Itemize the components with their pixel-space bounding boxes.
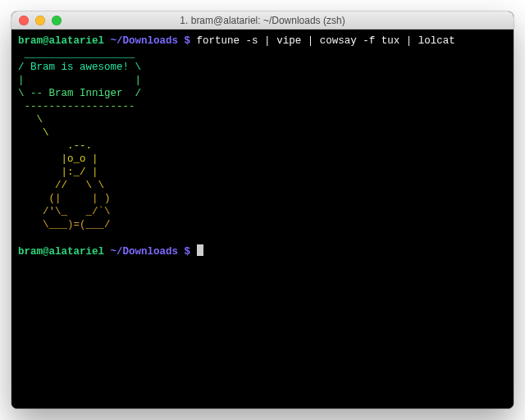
prompt-path: ~/Downloads	[111, 35, 179, 47]
output-line: /'\_ _/`\	[18, 206, 111, 217]
minimize-icon[interactable]	[35, 16, 45, 25]
output-line: (| | )	[18, 193, 111, 204]
output-line: \___)=(___/	[18, 219, 111, 231]
titlebar: 1. bram@alatariel: ~/Downloads (zsh)	[11, 11, 514, 30]
zoom-icon[interactable]	[52, 16, 62, 25]
close-icon[interactable]	[19, 16, 29, 25]
output-line: // \ \	[18, 180, 104, 191]
output-line: __________________	[18, 48, 135, 60]
terminal-window: 1. bram@alatariel: ~/Downloads (zsh) bra…	[11, 11, 514, 409]
prompt-path: ~/Downloads	[111, 246, 179, 258]
command-text: fortune -s | vipe | cowsay -f tux | lolc…	[197, 35, 455, 47]
output-line: \ -- Bram Inniger /	[18, 88, 141, 99]
output-line: \	[18, 127, 49, 139]
output-line: |o_o |	[18, 153, 98, 165]
prompt-sigil: $	[185, 246, 191, 258]
output-line: \	[18, 114, 43, 126]
traffic-lights	[11, 16, 62, 25]
output-line: / Bram is awesome! \	[18, 62, 141, 73]
terminal-body[interactable]: bram@alatariel ~/Downloads $ fortune -s …	[11, 30, 514, 409]
output-line: |:_/ |	[18, 167, 98, 178]
prompt-userhost: bram@alatariel	[18, 35, 104, 47]
prompt-userhost: bram@alatariel	[18, 246, 104, 258]
output-line: | |	[18, 75, 141, 86]
prompt-sigil: $	[185, 35, 191, 47]
cursor-icon	[197, 244, 203, 256]
output-line: ------------------	[18, 101, 135, 112]
output-line: .--.	[18, 140, 92, 152]
window-title: 1. bram@alatariel: ~/Downloads (zsh)	[11, 15, 514, 26]
